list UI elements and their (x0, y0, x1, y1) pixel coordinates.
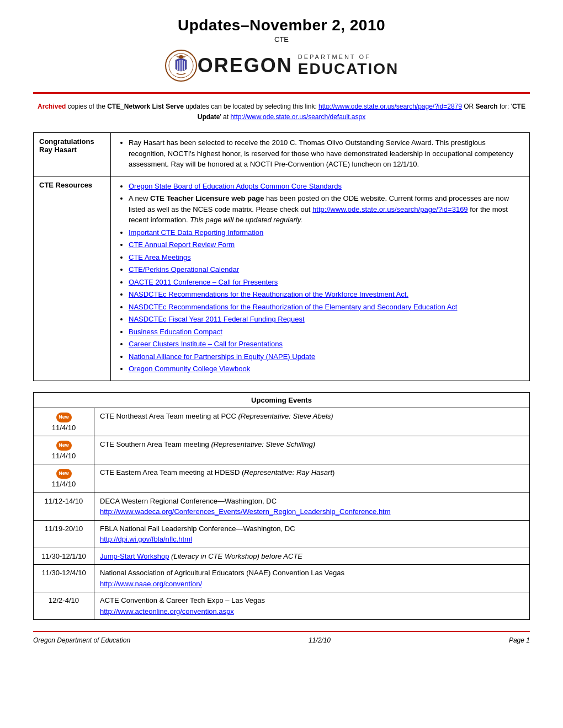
event-date: 11/30-12/1/10 (34, 548, 94, 565)
oregon-seal-icon (164, 49, 198, 82)
logo-area: OREGON DEPARTMENT OF EDUCATION (33, 49, 530, 82)
event-link[interactable]: http://www.acteonline.org/convention.asp… (100, 607, 234, 615)
event-description: ACTE Convention & Career Tech Expo – Las… (94, 592, 530, 620)
link-common-core[interactable]: Oregon State Board of Education Adopts C… (129, 182, 342, 190)
event-description: FBLA National Fall Leadership Conference… (94, 520, 530, 548)
list-item: Business Education Compact (129, 326, 524, 338)
link-career-clusters[interactable]: Career Clusters Institute – Call for Pre… (129, 340, 283, 348)
list-item: CTE Annual Report Review Form (129, 239, 524, 250)
event-description: CTE Southern Area Team meeting (Represen… (94, 436, 530, 464)
event-date: New 11/4/10 (34, 408, 94, 436)
new-badge-icon: New (56, 441, 72, 451)
list-item: National Alliance for Partnerships in Eq… (129, 351, 524, 362)
event-link[interactable]: http://www.wadeca.org/Conferences_Events… (100, 507, 391, 516)
new-badge-icon: New (56, 413, 72, 422)
cte-resources-row: CTE Resources Oregon State Board of Educ… (34, 176, 530, 381)
archived-link2[interactable]: http://www.ode.state.or.us/search/defaul… (230, 113, 365, 121)
congratulations-row: CongratulationsRay Hasart Ray Hasart has… (34, 133, 530, 176)
upcoming-events-header: Upcoming Events (34, 392, 530, 408)
event-row: New 11/4/10 CTE Southern Area Team meeti… (34, 436, 530, 464)
list-serve-label: CTE_Network List Serve (107, 103, 184, 110)
upcoming-events-table: Upcoming Events New 11/4/10 CTE Northeas… (33, 392, 530, 620)
event-description: DECA Western Regional Conference—Washing… (94, 493, 530, 520)
archived-link1[interactable]: http://www.ode.state.or.us/search/page/?… (318, 103, 462, 110)
page-title: Updates–November 2, 2010 (33, 17, 530, 34)
link-nape[interactable]: National Alliance for Partnerships in Eq… (129, 352, 315, 361)
event-link[interactable]: Jump-Start Workshop (100, 552, 169, 560)
event-date: New 11/4/10 (34, 464, 94, 493)
link-elementary-secondary[interactable]: NASDCTEc Recommendations for the Reautho… (129, 303, 457, 311)
education-text: EDUCATION (298, 60, 399, 78)
list-item: NASDCTEc Recommendations for the Reautho… (129, 302, 524, 313)
event-row: 11/12-14/10 DECA Western Regional Confer… (34, 493, 530, 520)
list-item: Career Clusters Institute – Call for Pre… (129, 339, 524, 350)
event-date: 11/19-20/10 (34, 520, 94, 548)
event-date: 12/2-4/10 (34, 592, 94, 620)
list-item: Oregon State Board of Education Adopts C… (129, 181, 524, 192)
event-row: 11/30-12/4/10 National Association of Ag… (34, 565, 530, 592)
archived-label: Archived (38, 103, 66, 110)
archived-text2: updates can be located by selecting this… (185, 103, 318, 110)
bottom-red-divider (33, 631, 530, 632)
event-date: 11/12-14/10 (34, 493, 94, 520)
page-header: Updates–November 2, 2010 CTE (33, 17, 530, 44)
event-row: 11/30-12/1/10 Jump-Start Workshop (Liter… (34, 548, 530, 565)
link-fiscal-year[interactable]: NASDCTEc Fiscal Year 2011 Federal Fundin… (129, 315, 305, 323)
cte-resources-label: CTE Resources (34, 176, 111, 381)
list-item: OACTE 2011 Conference – Call for Present… (129, 277, 524, 288)
event-row: New 11/4/10 CTE Eastern Area Team meetin… (34, 464, 530, 493)
link-area-meetings[interactable]: CTE Area Meetings (129, 253, 191, 261)
cte-resources-content: Oregon State Board of Education Adopts C… (111, 176, 530, 381)
department-education-logo: DEPARTMENT OF EDUCATION (298, 53, 399, 78)
archived-text1: copies of the (68, 103, 107, 110)
events-header-row: Upcoming Events (34, 392, 530, 408)
event-link[interactable]: http://dpi.wi.gov/fbla/nflc.html (100, 535, 192, 543)
page-footer: Oregon Department of Education 11/2/10 P… (33, 636, 530, 644)
event-row: 11/19-20/10 FBLA National Fall Leadershi… (34, 520, 530, 548)
event-description: Jump-Start Workshop (Literacy in CTE Wor… (94, 548, 530, 565)
footer-center: 11/2/10 (309, 636, 331, 644)
event-description: CTE Northeast Area Team meeting at PCC (… (94, 408, 530, 436)
link-business-compact[interactable]: Business Education Compact (129, 328, 222, 336)
link-oacte-conference[interactable]: OACTE 2011 Conference – Call for Present… (129, 278, 278, 286)
list-item: NASDCTEc Fiscal Year 2011 Federal Fundin… (129, 314, 524, 325)
dept-of-text: DEPARTMENT OF (298, 53, 399, 60)
top-red-divider (33, 92, 530, 94)
link-licensure[interactable]: http://www.ode.state.or.us/search/page/?… (312, 205, 468, 213)
event-row: New 11/4/10 CTE Northeast Area Team meet… (34, 408, 530, 436)
event-description: National Association of Agricultural Edu… (94, 565, 530, 592)
link-perkins-calendar[interactable]: CTE/Perkins Operational Calendar (129, 265, 239, 274)
congratulations-item: Ray Hasart has been selected to receive … (129, 137, 524, 170)
list-item: A new CTE Teacher Licensure web page has… (129, 193, 524, 226)
link-college-viewbook[interactable]: Oregon Community College Viewbook (129, 365, 250, 373)
event-date: 11/30-12/4/10 (34, 565, 94, 592)
list-item: CTE Area Meetings (129, 252, 524, 263)
oregon-logo-text: OREGON (198, 54, 293, 77)
event-row: 12/2-4/10 ACTE Convention & Career Tech … (34, 592, 530, 620)
new-badge-icon: New (56, 469, 72, 479)
link-workforce-investment[interactable]: NASDCTEc Recommendations for the Reautho… (129, 290, 408, 298)
archived-notice: Archived copies of the CTE_Network List … (33, 101, 530, 122)
main-content-table: CongratulationsRay Hasart Ray Hasart has… (33, 132, 530, 381)
congratulations-content: Ray Hasart has been selected to receive … (111, 133, 530, 176)
footer-left: Oregon Department of Education (33, 636, 130, 644)
list-item: Oregon Community College Viewbook (129, 363, 524, 374)
svg-point-6 (178, 55, 184, 58)
page-subtitle: CTE (33, 35, 530, 44)
congratulations-label: CongratulationsRay Hasart (34, 133, 111, 176)
event-description: CTE Eastern Area Team meeting at HDESD (… (94, 464, 530, 493)
event-link[interactable]: http://www.naae.org/convention/ (100, 580, 202, 588)
link-annual-report[interactable]: CTE Annual Report Review Form (129, 240, 235, 249)
footer-right: Page 1 (509, 636, 530, 644)
list-item: CTE/Perkins Operational Calendar (129, 264, 524, 275)
link-data-reporting[interactable]: Important CTE Data Reporting Information (129, 228, 263, 237)
event-date: New 11/4/10 (34, 436, 94, 464)
page: Updates–November 2, 2010 CTE OREGON DEPA… (0, 0, 563, 728)
list-item: NASDCTEc Recommendations for the Reautho… (129, 289, 524, 300)
list-item: Important CTE Data Reporting Information (129, 227, 524, 238)
